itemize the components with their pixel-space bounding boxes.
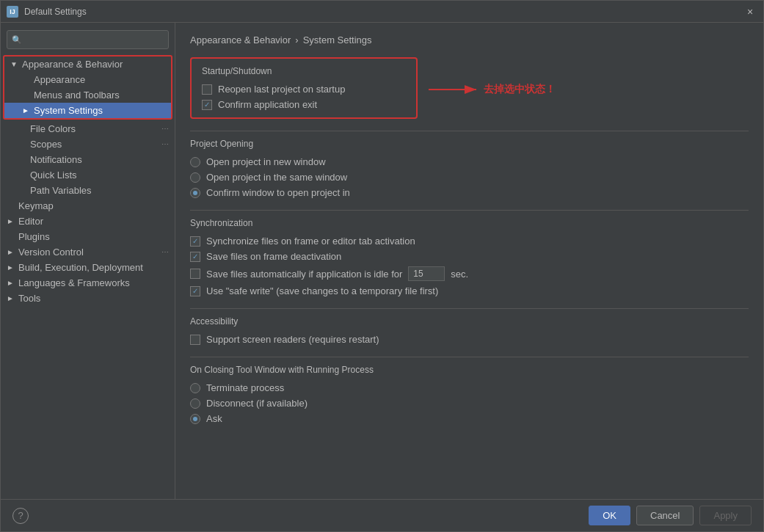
sidebar-item-label: Path Variables (30, 185, 92, 196)
sidebar: 🔍 ▼ Appearance & Behavior Appearance (1, 23, 175, 499)
sidebar-item-menus-toolbars[interactable]: Menus and Toolbars (4, 87, 171, 103)
reopen-project-row[interactable]: Reopen last project on startup (202, 84, 406, 95)
save-idle-label: Save files automatically if application … (206, 269, 402, 280)
apply-button[interactable]: Apply (699, 506, 752, 525)
content-area: Appearance & Behavior › System Settings … (175, 23, 763, 499)
sidebar-item-label: System Settings (34, 105, 103, 116)
startup-shutdown-title: Startup/Shutdown (202, 66, 406, 76)
ask-label: Ask (206, 413, 222, 424)
sidebar-item-keymap[interactable]: Keymap (1, 198, 175, 214)
sidebar-item-version-control[interactable]: ► Version Control ⋯ (1, 244, 175, 260)
sidebar-item-languages-frameworks[interactable]: ► Languages & Frameworks (1, 275, 175, 291)
divider (190, 357, 749, 357)
project-opening-title: Project Opening (190, 139, 749, 149)
sidebar-item-notifications[interactable]: Notifications (1, 152, 175, 167)
divider (190, 131, 749, 131)
screen-readers-checkbox[interactable] (190, 335, 200, 345)
synchronization-section: Synchronization Synchronize files on fra… (190, 210, 749, 296)
sync-files-row[interactable]: Synchronize files on frame or editor tab… (190, 236, 749, 247)
red-arrow-svg (425, 79, 484, 101)
arrow-icon: ► (7, 294, 15, 302)
sidebar-item-system-settings[interactable]: ► System Settings (4, 103, 171, 118)
screen-readers-label: Support screen readers (requires restart… (206, 334, 379, 345)
project-opening-section: Project Opening Open project in new wind… (190, 131, 749, 198)
bottom-left: ? (12, 508, 29, 524)
save-frame-row[interactable]: Save files on frame deactivation (190, 251, 749, 262)
open-new-window-row[interactable]: Open project in new window (190, 156, 749, 167)
breadcrumb-part2: System Settings (303, 34, 372, 45)
safe-write-row[interactable]: Use "safe write" (save changes to a temp… (190, 285, 749, 296)
save-idle-row[interactable]: Save files automatically if application … (190, 266, 749, 281)
idle-timeout-input[interactable] (408, 266, 445, 281)
terminate-process-label: Terminate process (206, 382, 284, 393)
arrow-icon: ▼ (10, 60, 19, 68)
arrow-icon: ► (22, 106, 31, 114)
confirm-exit-checkbox[interactable] (202, 100, 212, 110)
sidebar-item-quick-lists[interactable]: Quick Lists (1, 167, 175, 183)
accessibility-title: Accessibility (190, 316, 749, 327)
breadcrumb-separator: › (295, 34, 298, 45)
sync-files-checkbox[interactable] (190, 236, 200, 247)
open-same-window-label: Open project in the same window (206, 172, 347, 183)
arrow-icon: ► (7, 279, 15, 287)
sidebar-item-tools[interactable]: ► Tools (1, 291, 175, 306)
search-box[interactable]: 🔍 (7, 30, 169, 49)
arrow-icon: ► (7, 263, 15, 272)
confirm-window-label: Confirm window to open project in (206, 187, 350, 198)
arrow-icon (18, 140, 27, 148)
sidebar-item-scopes[interactable]: Scopes ⋯ (1, 136, 175, 152)
settings-icon: ⋯ (161, 140, 169, 148)
sidebar-item-label: Editor (18, 216, 43, 227)
reopen-project-checkbox[interactable] (202, 84, 212, 95)
ok-button[interactable]: OK (589, 506, 630, 525)
disconnect-row[interactable]: Disconnect (if available) (190, 398, 749, 409)
sidebar-item-label: Appearance & Behavior (22, 59, 123, 70)
save-frame-label: Save files on frame deactivation (206, 251, 341, 262)
sidebar-item-label: Build, Execution, Deployment (18, 262, 143, 273)
sidebar-item-appearance[interactable]: Appearance (4, 72, 171, 87)
save-idle-checkbox[interactable] (190, 269, 200, 279)
ask-row[interactable]: Ask (190, 413, 749, 424)
sidebar-item-appearance-behavior[interactable]: ▼ Appearance & Behavior (4, 57, 171, 72)
annotation-text: 去掉选中状态！ (484, 83, 556, 96)
disconnect-radio[interactable] (190, 398, 200, 409)
arrow-icon: ► (7, 217, 15, 225)
divider (190, 308, 749, 309)
search-icon: 🔍 (12, 35, 22, 45)
bottom-bar: ? OK Cancel Apply (1, 499, 763, 531)
open-same-window-radio[interactable] (190, 172, 200, 183)
sidebar-item-plugins[interactable]: Plugins (1, 229, 175, 244)
confirm-exit-row[interactable]: Confirm application exit (202, 99, 406, 110)
disconnect-label: Disconnect (if available) (206, 398, 308, 409)
sec-label: sec. (451, 269, 468, 280)
help-button[interactable]: ? (12, 508, 29, 524)
safe-write-checkbox[interactable] (190, 286, 200, 296)
search-input[interactable] (25, 34, 164, 45)
arrow-icon (18, 171, 27, 179)
arrow-icon (7, 233, 15, 241)
reopen-project-label: Reopen last project on startup (218, 84, 345, 95)
breadcrumb: Appearance & Behavior › System Settings (190, 34, 749, 45)
arrow-icon (7, 202, 15, 210)
sidebar-item-build-execution[interactable]: ► Build, Execution, Deployment (1, 260, 175, 275)
screen-readers-row[interactable]: Support screen readers (requires restart… (190, 334, 749, 345)
open-new-window-radio[interactable] (190, 157, 200, 167)
sidebar-item-editor[interactable]: ► Editor (1, 214, 175, 229)
close-button[interactable]: × (743, 4, 757, 19)
save-frame-checkbox[interactable] (190, 252, 200, 262)
arrow-icon (22, 91, 31, 99)
confirm-window-row[interactable]: Confirm window to open project in (190, 187, 749, 198)
terminate-process-row[interactable]: Terminate process (190, 382, 749, 393)
sidebar-item-label: Scopes (30, 139, 62, 150)
sidebar-item-label: Languages & Frameworks (18, 277, 130, 288)
cancel-button[interactable]: Cancel (636, 506, 694, 525)
confirm-window-radio[interactable] (190, 188, 200, 198)
ask-radio[interactable] (190, 414, 200, 424)
sidebar-item-file-colors[interactable]: File Colors ⋯ (1, 121, 175, 136)
open-same-window-row[interactable]: Open project in the same window (190, 172, 749, 183)
main-window: IJ Default Settings × 🔍 ▼ Appearance & B… (0, 0, 764, 532)
arrow-icon (18, 156, 27, 164)
sidebar-item-path-variables[interactable]: Path Variables (1, 183, 175, 198)
sidebar-item-label: Quick Lists (30, 170, 77, 181)
terminate-process-radio[interactable] (190, 383, 200, 393)
